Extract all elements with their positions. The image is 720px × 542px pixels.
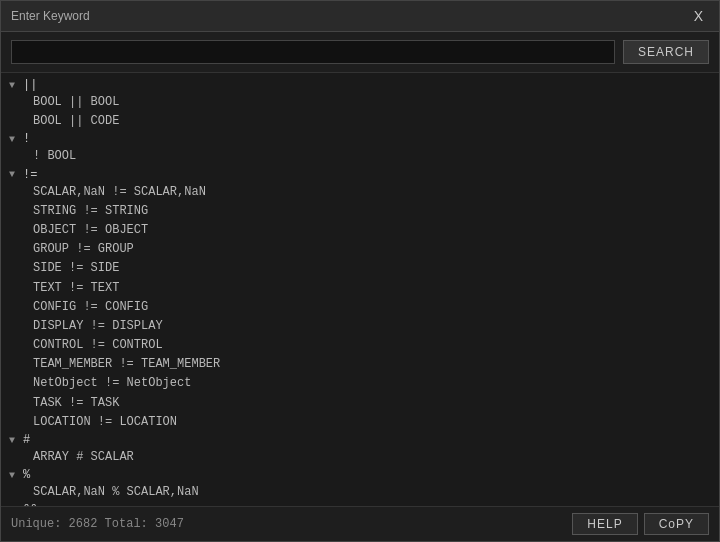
list-item[interactable]: TEAM_MEMBER != TEAM_MEMBER bbox=[25, 355, 719, 374]
list-item[interactable]: SCALAR,NaN != SCALAR,NaN bbox=[25, 183, 719, 202]
tree-group-not-children: ! BOOL bbox=[1, 147, 719, 166]
content-area: ▼ || BOOL || BOOL BOOL || CODE ▼ ! ! BOO… bbox=[1, 73, 719, 506]
tree-group-mod-label: % bbox=[23, 468, 30, 482]
list-item[interactable]: SCALAR,NaN % SCALAR,NaN bbox=[25, 483, 719, 502]
window-title: Enter Keyword bbox=[11, 9, 90, 23]
status-text: Unique: 2682 Total: 3047 bbox=[11, 517, 184, 531]
list-item[interactable]: SIDE != SIDE bbox=[25, 259, 719, 278]
list-item[interactable]: OBJECT != OBJECT bbox=[25, 221, 719, 240]
list-item[interactable]: GROUP != GROUP bbox=[25, 240, 719, 259]
search-button[interactable]: SEARCH bbox=[623, 40, 709, 64]
close-button[interactable]: X bbox=[688, 6, 709, 26]
tree-group-not-label: ! bbox=[23, 132, 30, 146]
arrow-hash: ▼ bbox=[9, 435, 19, 446]
tree-group-or[interactable]: ▼ || bbox=[1, 77, 719, 93]
list-item[interactable]: BOOL || CODE bbox=[25, 112, 719, 131]
status-bar: Unique: 2682 Total: 3047 HELP CoPY bbox=[1, 506, 719, 541]
list-item[interactable]: NetObject != NetObject bbox=[25, 374, 719, 393]
list-item[interactable]: DISPLAY != DISPLAY bbox=[25, 317, 719, 336]
status-buttons: HELP CoPY bbox=[572, 513, 709, 535]
list-item[interactable]: CONTROL != CONTROL bbox=[25, 336, 719, 355]
list-item[interactable]: ! BOOL bbox=[25, 147, 719, 166]
tree-group-neq-children: SCALAR,NaN != SCALAR,NaN STRING != STRIN… bbox=[1, 183, 719, 432]
main-window: Enter Keyword X SEARCH ▼ || BOOL || BOOL… bbox=[0, 0, 720, 542]
arrow-mod: ▼ bbox=[9, 470, 19, 481]
tree-group-hash[interactable]: ▼ # bbox=[1, 432, 719, 448]
help-button[interactable]: HELP bbox=[572, 513, 637, 535]
tree-group-hash-children: ARRAY # SCALAR bbox=[1, 448, 719, 467]
tree-group-hash-label: # bbox=[23, 433, 30, 447]
tree-group-not[interactable]: ▼ ! bbox=[1, 131, 719, 147]
copy-button[interactable]: CoPY bbox=[644, 513, 709, 535]
list-item[interactable]: TEXT != TEXT bbox=[25, 279, 719, 298]
tree-group-mod-children: SCALAR,NaN % SCALAR,NaN bbox=[1, 483, 719, 502]
list-item[interactable]: CONFIG != CONFIG bbox=[25, 298, 719, 317]
search-input[interactable] bbox=[11, 40, 615, 64]
tree-group-or-children: BOOL || BOOL BOOL || CODE bbox=[1, 93, 719, 131]
tree-group-neq[interactable]: ▼ != bbox=[1, 167, 719, 183]
list-item[interactable]: TASK != TASK bbox=[25, 394, 719, 413]
tree-container[interactable]: ▼ || BOOL || BOOL BOOL || CODE ▼ ! ! BOO… bbox=[1, 73, 719, 506]
search-bar: SEARCH bbox=[1, 32, 719, 73]
list-item[interactable]: LOCATION != LOCATION bbox=[25, 413, 719, 432]
tree-group-neq-label: != bbox=[23, 168, 37, 182]
list-item[interactable]: STRING != STRING bbox=[25, 202, 719, 221]
title-bar: Enter Keyword X bbox=[1, 1, 719, 32]
arrow-or: ▼ bbox=[9, 80, 19, 91]
list-item[interactable]: ARRAY # SCALAR bbox=[25, 448, 719, 467]
tree-group-or-label: || bbox=[23, 78, 37, 92]
list-item[interactable]: BOOL || BOOL bbox=[25, 93, 719, 112]
tree-group-mod[interactable]: ▼ % bbox=[1, 467, 719, 483]
arrow-neq: ▼ bbox=[9, 169, 19, 180]
arrow-not: ▼ bbox=[9, 134, 19, 145]
